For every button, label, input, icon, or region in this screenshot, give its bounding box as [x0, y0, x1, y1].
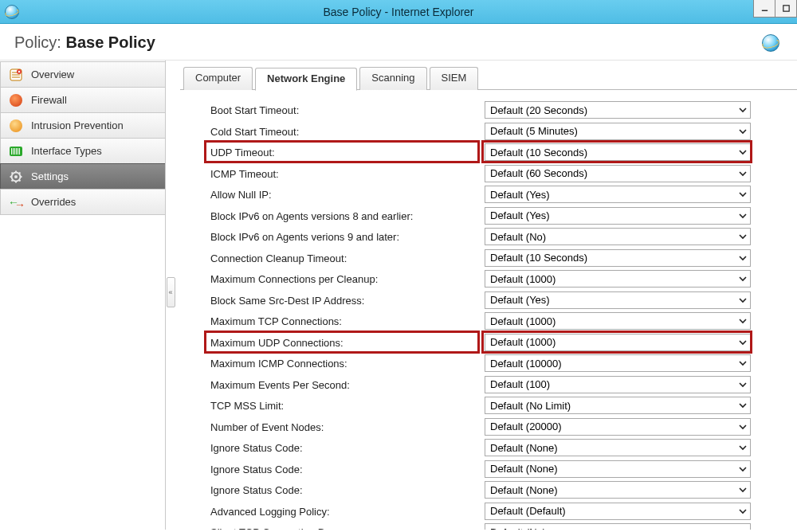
setting-row: Maximum ICMP Connections:Default (10000) [210, 353, 797, 374]
setting-select[interactable]: Default (100) [485, 376, 751, 393]
chevron-down-icon [734, 440, 750, 456]
setting-row: Maximum Events Per Second:Default (100) [210, 374, 797, 396]
settings-panel: Boot Start Timeout:Default (20 Seconds)C… [180, 89, 797, 530]
tab-network-engine[interactable]: Network Engine [255, 68, 357, 91]
window-controls [754, 0, 797, 18]
setting-label: Ignore Status Code: [210, 441, 485, 454]
setting-select[interactable]: Default (1000) [485, 312, 751, 330]
maximize-icon [782, 4, 791, 13]
setting-label: Ignore Status Code: [210, 463, 485, 475]
chevron-down-icon [734, 419, 750, 435]
chevron-down-icon [734, 186, 750, 202]
setting-select[interactable]: Default (Default) [485, 503, 751, 520]
setting-select[interactable]: Default (Yes) [485, 186, 751, 203]
setting-value: Default (10 Seconds) [490, 147, 587, 158]
sidebar-item-firewall[interactable]: Firewall [0, 87, 165, 113]
chevron-down-icon [734, 377, 750, 393]
titlebar: Base Policy - Internet Explorer [0, 0, 797, 24]
chevron-down-icon [734, 524, 750, 530]
maximize-button[interactable] [775, 0, 797, 18]
intrusion-icon [9, 119, 23, 133]
minimize-button[interactable] [753, 0, 775, 18]
setting-label: Cold Start Timeout: [210, 125, 485, 138]
setting-select[interactable]: Default (20000) [485, 418, 751, 436]
firewall-icon [9, 93, 23, 108]
sidebar-item-label: Intrusion Prevention [31, 119, 124, 131]
chevron-down-icon [734, 503, 750, 519]
chevron-down-icon [734, 397, 750, 413]
setting-select[interactable]: Default (None) [485, 460, 751, 478]
page-header: Policy: Base Policy [0, 24, 797, 61]
gear-icon [9, 170, 23, 184]
sidebar-item-overview[interactable]: Overview [0, 61, 165, 88]
setting-row: Allow Null IP:Default (Yes) [210, 184, 797, 205]
setting-select[interactable]: Default (5 Minutes) [485, 123, 751, 140]
sidebar-item-label: Overview [31, 68, 74, 80]
chevron-down-icon [734, 313, 750, 329]
setting-value: Default (Default) [490, 505, 566, 517]
setting-select[interactable]: Default (No) [485, 228, 751, 245]
setting-select[interactable]: Default (1000) [485, 270, 751, 288]
setting-select[interactable]: Default (Yes) [485, 207, 751, 225]
chevron-down-icon [734, 355, 750, 371]
sidebar-item-intrusion-prevention[interactable]: Intrusion Prevention [0, 112, 165, 139]
sidebar-item-label: Firewall [31, 94, 67, 106]
setting-value: Default (Yes) [490, 294, 550, 306]
chevron-down-icon [734, 144, 750, 160]
tab-scanning[interactable]: Scanning [359, 67, 426, 90]
setting-label: Ignore Status Code: [210, 483, 485, 496]
sidebar-item-interface-types[interactable]: Interface Types [0, 138, 165, 164]
setting-label: Maximum TCP Connections: [210, 315, 485, 327]
svg-line-12 [19, 172, 21, 174]
setting-value: Default (No) [490, 231, 546, 243]
setting-row: TCP MSS Limit:Default (No Limit) [210, 395, 797, 417]
setting-label: Connection Cleanup Timeout: [210, 252, 485, 264]
setting-value: Default (Yes) [490, 209, 550, 221]
sidebar-item-label: Settings [31, 170, 69, 182]
setting-select[interactable]: Default (20 Seconds) [485, 101, 751, 119]
setting-value: Default (1000) [490, 336, 556, 348]
setting-row: Cold Start Timeout:Default (5 Minutes) [210, 121, 797, 143]
setting-select[interactable]: Default (None) [485, 439, 751, 456]
setting-row: Block IPv6 on Agents versions 8 and earl… [210, 205, 797, 227]
setting-value: Default (10000) [490, 358, 562, 370]
tab-siem[interactable]: SIEM [430, 67, 479, 90]
setting-value: Default (1000) [490, 273, 556, 285]
main: Overview Firewall Intrusion Prevention I… [0, 61, 797, 530]
sidebar-collapse-handle[interactable]: « [166, 61, 175, 530]
setting-label: Boot Start Timeout: [210, 104, 485, 116]
chevron-down-icon [734, 334, 750, 350]
setting-value: Default (20 Seconds) [490, 104, 587, 116]
sidebar-item-settings[interactable]: Settings [0, 163, 165, 190]
sidebar-item-overrides[interactable]: ←→ Overrides [0, 189, 165, 215]
setting-value: Default (5 Minutes) [490, 125, 578, 137]
svg-line-10 [12, 172, 14, 174]
setting-value: Default (None) [490, 463, 558, 475]
setting-select[interactable]: Default (10000) [485, 354, 751, 372]
overview-icon [9, 68, 23, 82]
setting-value: Default (100) [490, 378, 550, 390]
setting-select[interactable]: Default (No) [485, 523, 751, 530]
setting-select[interactable]: Default (10 Seconds) [485, 249, 751, 267]
setting-select[interactable]: Default (60 Seconds) [485, 165, 751, 182]
svg-rect-1 [783, 6, 788, 11]
chevron-down-icon [734, 208, 750, 224]
chevron-down-icon [734, 123, 750, 139]
setting-label: Silent TCP Connection Drop: [210, 526, 485, 530]
setting-value: Default (20000) [490, 421, 562, 432]
setting-label: ICMP Timeout: [210, 167, 485, 180]
collapse-icon: « [167, 277, 175, 307]
interface-icon [9, 144, 23, 158]
setting-row: ICMP Timeout:Default (60 Seconds) [210, 163, 797, 185]
setting-select[interactable]: Default (No Limit) [485, 397, 751, 414]
setting-select[interactable]: Default (Yes) [485, 291, 751, 309]
setting-value: Default (No Limit) [490, 400, 571, 412]
setting-row: Number of Event Nodes:Default (20000) [210, 417, 797, 438]
chevron-down-icon [734, 271, 750, 287]
tab-computer[interactable]: Computer [183, 67, 253, 90]
chevron-down-icon [734, 482, 750, 498]
setting-select[interactable]: Default (1000) [485, 334, 751, 351]
setting-select[interactable]: Default (10 Seconds) [485, 143, 751, 161]
sidebar: Overview Firewall Intrusion Prevention I… [0, 61, 166, 530]
setting-select[interactable]: Default (None) [485, 481, 751, 499]
